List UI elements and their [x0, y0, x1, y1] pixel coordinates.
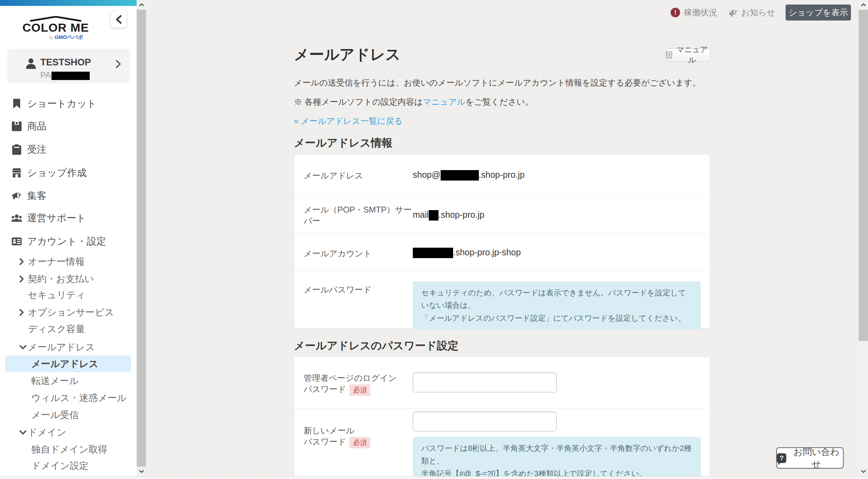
- show-shop-button[interactable]: ショップを表示: [786, 5, 851, 21]
- status-link[interactable]: ! 稼働状況: [670, 7, 717, 18]
- scroll-up-button[interactable]: [859, 0, 868, 10]
- topbar: ! 稼働状況 お知らせ ショップを表示: [670, 5, 851, 21]
- sidebar-item-orders[interactable]: 受注: [0, 141, 137, 158]
- redaction-bar: [441, 170, 479, 181]
- sidebar-item-disk-capacity[interactable]: ディスク容量: [0, 321, 137, 337]
- new-password-input[interactable]: [413, 412, 557, 431]
- chevron-down-icon: [19, 430, 27, 435]
- logo-title: COLOR ME: [0, 22, 111, 33]
- svg-text:!: !: [674, 9, 676, 16]
- admin-password-input[interactable]: [413, 373, 557, 392]
- logo-byline: by GMOペパボ: [21, 34, 111, 41]
- app-window: COLOR ME by GMOペパボ TESTSHOP PA ショートカット 商…: [0, 0, 868, 479]
- sidebar-item-option-services[interactable]: オプションサービス: [0, 304, 137, 321]
- manual-button[interactable]: マニュアル: [666, 48, 710, 62]
- note-text: ※ 各種メールソフトの設定内容はマニュアルをご覧ください。: [294, 96, 533, 107]
- chevron-up-icon: [861, 3, 866, 7]
- mail-address-value: shop@.shop-pro.jp: [413, 170, 525, 181]
- product-icon: [11, 121, 22, 131]
- horizontal-scrollbar-track[interactable]: [0, 476, 868, 479]
- shop-name: TESTSHOP: [40, 57, 91, 68]
- shop-account-box[interactable]: TESTSHOP PA: [7, 49, 130, 83]
- sidebar-item-shortcut[interactable]: ショートカット: [0, 95, 137, 112]
- chevron-right-icon: [115, 59, 121, 70]
- manual-link[interactable]: マニュアル: [423, 97, 466, 106]
- sidebar-item-mail-address-active[interactable]: メールアドレス: [5, 356, 131, 372]
- sidebar-scrollbar[interactable]: [137, 0, 146, 479]
- mail-server-row: メール（POP・SMTP）サーバー mail.shop-pro.jp: [294, 194, 710, 233]
- mail-address-label: メールアドレス: [304, 170, 413, 181]
- news-label: お知らせ: [741, 7, 775, 18]
- sidebar-item-contract-payment[interactable]: 契約・お支払い: [0, 271, 137, 287]
- sidebar-collapse-button[interactable]: [110, 11, 127, 28]
- mail-password-label: メールパスワード: [304, 284, 413, 295]
- redaction-bar: [413, 248, 453, 258]
- bookmark-icon: [11, 98, 22, 109]
- required-badge: 必須: [349, 384, 370, 396]
- id-card-icon: [11, 236, 22, 247]
- chevron-right-icon: [19, 258, 24, 265]
- redaction-bar: [51, 72, 90, 80]
- sidebar-item-domain-group[interactable]: ドメイン: [0, 424, 137, 441]
- brand-gradient-bar: [0, 0, 137, 6]
- sidebar-item-own-domain[interactable]: 独自ドメイン取得: [0, 441, 137, 458]
- sidebar-item-mail-address-group[interactable]: メールアドレス: [0, 339, 137, 356]
- scrollbar-thumb[interactable]: [137, 10, 146, 466]
- sidebar-item-account-settings[interactable]: アカウント・設定: [0, 233, 137, 250]
- chevron-right-icon: [19, 275, 24, 283]
- chevron-up-icon: [139, 3, 144, 7]
- sidebar-item-support[interactable]: 運営サポート: [0, 210, 137, 226]
- scroll-down-button[interactable]: [859, 466, 868, 476]
- redaction-bar: [429, 210, 439, 221]
- scroll-down-button[interactable]: [137, 466, 146, 476]
- scrollbar-thumb[interactable]: [859, 10, 868, 341]
- megaphone-icon: [11, 191, 22, 201]
- new-password-label: 新しいメール パスワード必須: [304, 425, 413, 448]
- status-seal-icon: !: [670, 7, 681, 18]
- contact-button[interactable]: ? お問い合わせ: [776, 447, 844, 469]
- info-section-heading: メールアドレス情報: [294, 136, 392, 150]
- chevron-left-icon: [115, 15, 122, 24]
- person-icon: [25, 58, 37, 70]
- sidebar-item-forward-mail[interactable]: 転送メール: [0, 373, 137, 389]
- people-icon: [11, 213, 22, 223]
- question-bubble-icon: ?: [777, 453, 786, 463]
- news-link[interactable]: お知らせ: [728, 7, 775, 18]
- scroll-up-button[interactable]: [137, 0, 146, 10]
- main-scrollbar[interactable]: [859, 0, 868, 479]
- chevron-right-icon: [19, 309, 24, 316]
- document-icon: [666, 51, 672, 59]
- admin-password-label: 管理者ページのログイン パスワード必須: [304, 373, 413, 396]
- sidebar-item-shop-create[interactable]: ショップ作成: [0, 165, 137, 181]
- storefront-icon: [11, 168, 22, 178]
- mail-account-label: メールアカウント: [304, 248, 413, 259]
- mail-address-row: メールアドレス shop@.shop-pro.jp: [294, 154, 710, 194]
- sidebar-item-security[interactable]: セキュリティ: [0, 287, 137, 303]
- intro-text: メールの送受信を行うには、お使いのメールソフトにメールアカウント情報を設定する必…: [294, 77, 701, 88]
- mail-account-value: .shop-pro.jp-shop: [413, 247, 521, 258]
- announcement-icon: [728, 7, 738, 18]
- sidebar-item-owner-info[interactable]: オーナー情報: [0, 253, 137, 270]
- admin-password-row: 管理者ページのログイン パスワード必須: [294, 357, 710, 408]
- new-password-row: 新しいメール パスワード必須 パスワードは8桁以上、半角英大文字・半角英小文字・…: [294, 408, 710, 479]
- sidebar-item-domain-settings[interactable]: ドメイン設定: [0, 457, 137, 474]
- password-rule-box: パスワードは8桁以上、半角英大文字・半角英小文字・半角数字のいずれか2種類と、 …: [413, 437, 701, 479]
- mail-info-card: メールアドレス shop@.shop-pro.jp メール（POP・SMTP）サ…: [294, 154, 710, 329]
- password-info-box: セキュリティのため、パスワードは表示できません。パスワードを設定していない場合は…: [413, 281, 701, 330]
- shop-id: PA: [40, 70, 90, 80]
- password-settings-card: 管理者ページのログイン パスワード必須 新しいメール パスワード必須 パスワード…: [294, 357, 710, 479]
- sidebar-item-mail-receive[interactable]: メール受信: [0, 407, 137, 423]
- back-to-list-link: « メールアドレス一覧に戻る: [294, 115, 403, 127]
- orders-icon: [11, 144, 22, 155]
- required-badge: 必須: [349, 437, 370, 448]
- chevron-down-icon: [19, 345, 27, 350]
- sidebar-item-marketing[interactable]: 集客: [0, 187, 137, 204]
- mail-server-label: メール（POP・SMTP）サーバー: [304, 204, 413, 227]
- chevron-down-icon: [861, 470, 866, 473]
- password-section-heading: メールアドレスのパスワード設定: [294, 338, 458, 353]
- chevron-down-icon: [139, 470, 144, 473]
- mail-account-row: メールアカウント .shop-pro.jp-shop: [294, 233, 710, 271]
- colorme-logo: COLOR ME by GMOペパボ: [0, 16, 111, 41]
- sidebar-item-products[interactable]: 商品: [0, 118, 137, 135]
- sidebar-item-virus-spam-mail[interactable]: ウィルス・迷惑メール: [0, 390, 137, 406]
